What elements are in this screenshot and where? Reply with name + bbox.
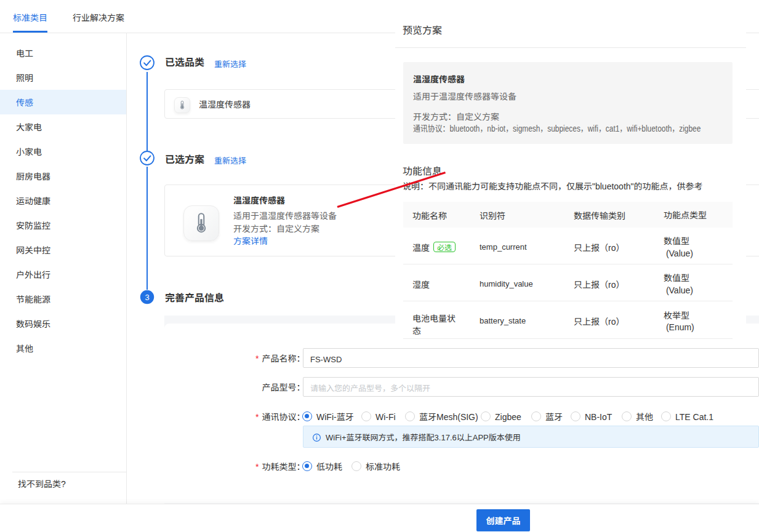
svg-text:3: 3 xyxy=(145,293,149,302)
